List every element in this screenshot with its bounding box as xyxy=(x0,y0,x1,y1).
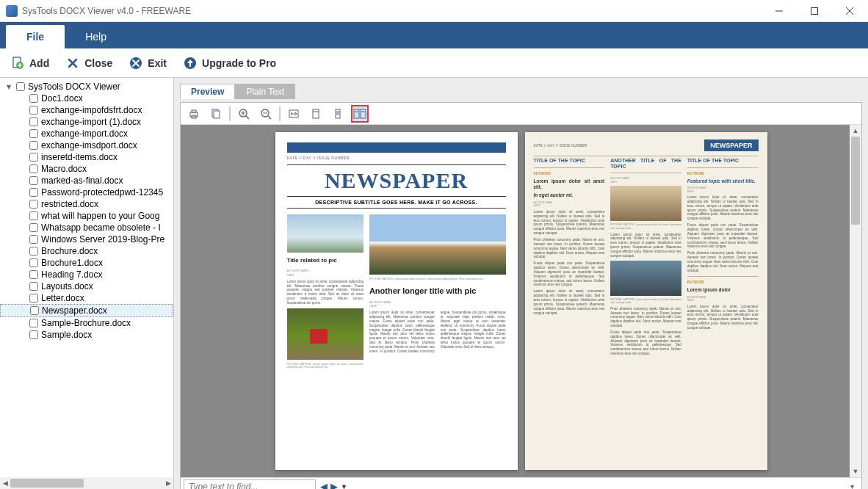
tree-item-checkbox[interactable] xyxy=(29,153,38,162)
tree-item[interactable]: Doc1.docx xyxy=(0,93,173,104)
scrollbar-thumb[interactable] xyxy=(10,479,84,488)
tree-item[interactable]: Newspaper.docx xyxy=(0,304,173,317)
tree-item-checkbox[interactable] xyxy=(29,164,38,173)
tree-item-checkbox[interactable] xyxy=(29,330,38,339)
tree-item-checkbox[interactable] xyxy=(29,141,38,150)
tree-item[interactable]: what will happen to your Goog xyxy=(0,210,173,222)
expand-collapse-icon[interactable]: ▾ xyxy=(4,82,13,91)
print-icon[interactable] xyxy=(185,105,203,123)
find-options-icon[interactable]: ▼ xyxy=(341,483,347,490)
fit-width-icon[interactable] xyxy=(285,105,303,123)
sidebar-h-scrollbar[interactable]: ◀ ▶ xyxy=(0,477,173,489)
body-text: Proin pharetra nonummy pede. Mauris et o… xyxy=(534,238,605,259)
find-input[interactable] xyxy=(184,479,316,490)
zoom-in-icon[interactable] xyxy=(235,105,253,123)
tree-item[interactable]: exchange-import.docx xyxy=(0,128,173,140)
scroll-right-icon[interactable]: ▶ xyxy=(163,477,173,489)
find-next-icon[interactable]: ▶ xyxy=(330,481,338,489)
scroll-left-icon[interactable]: ◀ xyxy=(0,477,10,489)
fit-page-icon[interactable] xyxy=(307,105,325,123)
rule xyxy=(287,196,506,197)
tree-item-checkbox[interactable] xyxy=(29,319,38,327)
scrollbar-thumb[interactable] xyxy=(851,137,860,225)
scroll-up-icon[interactable]: ▲ xyxy=(850,125,861,137)
tree-item-checkbox[interactable] xyxy=(29,247,38,256)
hero-image xyxy=(369,214,506,275)
close-button[interactable] xyxy=(837,2,862,20)
tree-item-checkbox[interactable] xyxy=(29,176,38,185)
tree-item-checkbox[interactable] xyxy=(29,188,38,197)
single-page-icon[interactable] xyxy=(329,105,347,123)
tree-item-checkbox[interactable] xyxy=(29,223,38,232)
tree-item[interactable]: Brochure1.docx xyxy=(0,257,173,269)
tree-item[interactable]: Windows Server 2019-Blog-Pre xyxy=(0,233,173,245)
tree-item[interactable]: Sample.docx xyxy=(0,329,173,341)
tree-item-checkbox[interactable] xyxy=(29,270,38,279)
tab-preview[interactable]: Preview xyxy=(180,84,235,99)
tree-root[interactable]: ▾ SysTools DOCX Viewer xyxy=(0,81,173,93)
svg-line-16 xyxy=(268,116,271,119)
close-file-button[interactable]: Close xyxy=(62,53,115,73)
tree-item-checkbox[interactable] xyxy=(29,294,38,303)
viewport-v-scrollbar[interactable]: ▲ ▼ xyxy=(850,125,861,477)
copy-icon[interactable] xyxy=(207,105,225,123)
article-image xyxy=(610,261,681,296)
upgrade-button[interactable]: Upgrade to Pro xyxy=(180,53,279,73)
svg-rect-20 xyxy=(336,109,340,118)
article-heading: Title related to pic xyxy=(287,257,364,264)
tree-item-checkbox[interactable] xyxy=(29,282,38,291)
tree-item-label: Sample.docx xyxy=(41,330,92,340)
maximize-button[interactable] xyxy=(802,2,827,20)
tree-item-checkbox[interactable] xyxy=(29,117,38,126)
tree-item[interactable]: Macro.docx xyxy=(0,163,173,175)
tree-item[interactable]: inseretd-items.docx xyxy=(0,151,173,163)
tree-item[interactable]: restricted.docx xyxy=(0,198,173,210)
tree-item-checkbox[interactable] xyxy=(29,94,38,103)
add-label: Add xyxy=(29,57,49,69)
menu-help[interactable]: Help xyxy=(65,25,127,48)
tree-item[interactable]: exchange-impofdsfrt.docx xyxy=(0,104,173,116)
body-text: Fusce aliquet pede non pede. Suspendisse… xyxy=(534,261,605,287)
exit-icon xyxy=(129,56,143,70)
options-icon[interactable]: ▾ xyxy=(850,482,858,489)
tree-item[interactable]: Sample-Brochure.docx xyxy=(0,317,173,329)
tree-item[interactable]: Password-protectedpwd-12345 xyxy=(0,186,173,198)
tab-plain-text[interactable]: Plain Text xyxy=(235,84,295,99)
page-viewport[interactable]: DATE // DAY // ISSUE NUMBER NEWSPAPER DE… xyxy=(181,125,861,477)
svg-rect-25 xyxy=(361,109,366,118)
svg-rect-18 xyxy=(313,109,319,118)
exit-button[interactable]: Exit xyxy=(126,53,170,73)
dateline: DATE // DAY // ISSUE NUMBER xyxy=(534,144,587,148)
tree-item-checkbox[interactable] xyxy=(29,235,38,244)
tree-item-checkbox[interactable] xyxy=(29,129,38,138)
tree-item[interactable]: exchange-import (1).docx xyxy=(0,116,173,128)
file-tree[interactable]: ▾ SysTools DOCX Viewer Doc1.docxexchange… xyxy=(0,78,173,477)
root-checkbox[interactable] xyxy=(16,82,25,91)
tree-item[interactable]: Letter.docx xyxy=(0,292,173,304)
tree-item-checkbox[interactable] xyxy=(29,258,38,267)
tree-item[interactable]: Layouts.docx xyxy=(0,280,173,292)
tree-item[interactable]: exchange-imsdport.docx xyxy=(0,140,173,151)
add-button[interactable]: Add xyxy=(7,53,52,73)
tree-item[interactable]: Brochure.docx xyxy=(0,245,173,257)
tree-item[interactable]: marked-as-final.docx xyxy=(0,175,173,186)
toolbar-divider xyxy=(279,106,281,121)
document-viewer: DATE // DAY // ISSUE NUMBER NEWSPAPER DE… xyxy=(180,102,862,489)
tree-item[interactable]: Heading 7.docx xyxy=(0,269,173,280)
tree-item-checkbox[interactable] xyxy=(29,200,38,209)
tree-item-label: exchange-import (1).docx xyxy=(41,117,141,127)
rule xyxy=(287,208,506,209)
tree-item[interactable]: Whatsapp became obsolete - I xyxy=(0,222,173,233)
tree-item-checkbox[interactable] xyxy=(29,106,38,115)
scroll-down-icon[interactable]: ▼ xyxy=(850,466,861,477)
minimize-button[interactable] xyxy=(767,2,792,20)
menu-file[interactable]: File xyxy=(6,25,65,48)
zoom-out-icon[interactable] xyxy=(257,105,275,123)
article-image xyxy=(287,308,364,360)
add-file-icon xyxy=(10,56,25,70)
body-text: Fusce aliquet pede non pede. Suspendisse… xyxy=(441,324,506,349)
find-prev-icon[interactable]: ◀ xyxy=(320,481,328,489)
tree-item-checkbox[interactable] xyxy=(29,211,38,220)
tree-item-checkbox[interactable] xyxy=(30,306,39,315)
two-page-icon[interactable] xyxy=(351,105,369,123)
